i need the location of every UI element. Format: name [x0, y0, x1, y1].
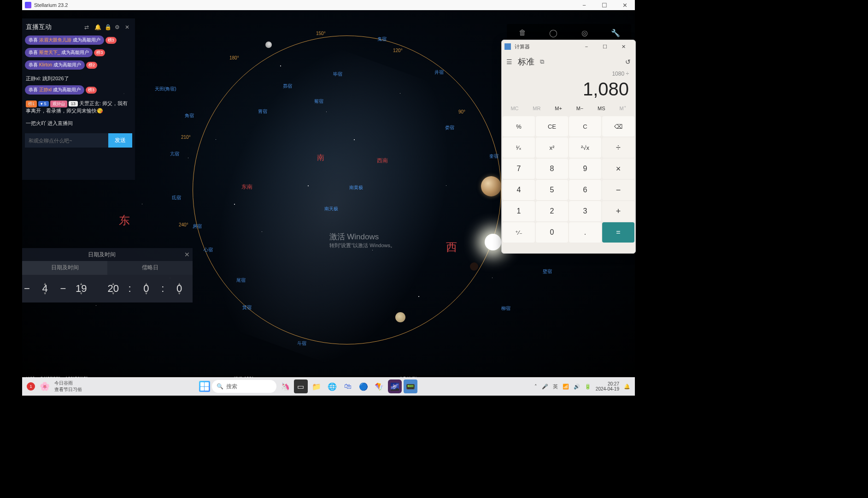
speaker-icon[interactable]: 🔔 — [94, 24, 101, 30]
chat-header: 直播互动 ⇄ 🔔 🔒 ⚙ ✕ — [25, 21, 132, 35]
ime-indicator[interactable]: 英 — [553, 383, 558, 390]
dark-planet[interactable] — [470, 262, 478, 271]
sun[interactable] — [485, 234, 501, 250]
switch-icon[interactable]: ⇄ — [84, 24, 91, 30]
edge-icon[interactable]: 🌐 — [325, 379, 339, 393]
btn-7[interactable]: 7 — [503, 159, 535, 179]
btn-reciprocal[interactable]: ¹⁄ₓ — [503, 137, 535, 158]
mem-mr[interactable]: MR — [530, 104, 543, 113]
stellarium-toolbar: 🗑 ◯ ◎ 🔧 — [507, 24, 631, 42]
trash-icon[interactable]: 🗑 — [517, 27, 528, 38]
app-icon-1[interactable]: 🪁 — [372, 379, 386, 393]
btn-4[interactable]: 4 — [503, 180, 535, 200]
btn-divide[interactable]: ÷ — [602, 137, 634, 158]
explorer-icon[interactable]: 📁 — [310, 379, 323, 393]
history-icon[interactable]: ↺ — [625, 58, 631, 65]
maximize-button[interactable]: ☐ — [594, 0, 615, 10]
datetime-panel[interactable]: 日期及时间 ✕ 日期及时间 儒略日 − ▲4▼ − ▲19▼ ▲20▼ : ▲0… — [22, 248, 193, 302]
gear-icon[interactable]: ⚙ — [115, 24, 121, 30]
calculator-taskbar-icon[interactable]: 📟 — [404, 379, 417, 393]
btn-c[interactable]: C — [569, 116, 601, 136]
taskbar-app-1[interactable]: 🦄 — [278, 379, 292, 393]
mic-icon[interactable]: 🎤 — [542, 384, 548, 390]
btn-1[interactable]: 1 — [503, 201, 535, 221]
taskbar-weather[interactable]: 今日谷雨 查看节日习俗 — [54, 380, 82, 393]
wrench-icon[interactable]: 🔧 — [610, 27, 621, 38]
dt-sep: − — [58, 283, 68, 295]
close-button[interactable]: ✕ — [615, 0, 635, 10]
circle-icon[interactable]: ◯ — [548, 27, 559, 38]
second-cell[interactable]: ▲0▼ — [166, 283, 193, 295]
mem-mc[interactable]: MC — [508, 104, 521, 113]
btn-minus[interactable]: − — [602, 180, 634, 200]
day-cell[interactable]: ▲19▼ — [68, 283, 94, 295]
search-box[interactable]: 🔍 搜索 — [212, 380, 276, 393]
weather-icon[interactable]: 🌸 — [40, 381, 50, 391]
chat-input[interactable] — [25, 133, 108, 148]
btn-3[interactable]: 3 — [569, 201, 601, 221]
moon[interactable] — [265, 42, 272, 48]
datetime-tab[interactable]: 日期及时间 — [22, 261, 107, 275]
notification-badge[interactable]: 1 — [27, 382, 35, 391]
minute-cell[interactable]: ▲0▼ — [133, 283, 160, 295]
dt-sep: : — [159, 283, 166, 295]
btn-sqrt[interactable]: ²√x — [569, 137, 601, 158]
pin-icon[interactable]: ⧉ — [540, 58, 544, 65]
start-button[interactable] — [199, 381, 210, 392]
saturn[interactable] — [395, 312, 405, 322]
browser-icon[interactable]: 🔵 — [357, 379, 370, 393]
calculator-window[interactable]: 计算器 − ☐ ✕ ☰ 标准 ⧉ ↺ 1080 ÷ 1,080 MC MR M+… — [501, 40, 636, 254]
close-icon[interactable]: ✕ — [125, 24, 131, 30]
titlebar[interactable]: Stellarium 23.2 − ☐ ✕ — [22, 0, 635, 10]
mem-mv[interactable]: M˅ — [616, 104, 629, 113]
btn-backspace[interactable]: ⌫ — [602, 116, 634, 136]
hour-cell[interactable]: ▲20▼ — [100, 283, 127, 295]
taskbar[interactable]: 1 🌸 今日谷雨 查看节日习俗 🔍 搜索 🦄 ▭ 📁 🌐 🛍 🔵 🪁 🌌 📟 ˄… — [22, 377, 635, 396]
cardinal-west: 西 — [446, 240, 457, 255]
target-icon[interactable]: ◎ — [579, 27, 590, 38]
tray-chevron-icon[interactable]: ˄ — [534, 384, 537, 390]
taskbar-clock[interactable]: 20:27 2024-04-19 — [596, 381, 619, 391]
mem-ms[interactable]: MS — [595, 104, 608, 113]
chat-msg: 恭喜 斯楚天下_ 成为高能用户榜3 — [25, 47, 132, 60]
calc-minimize-button[interactable]: − — [577, 44, 596, 49]
datetime-close-button[interactable]: ✕ — [182, 251, 193, 258]
mem-mplus[interactable]: M+ — [552, 104, 565, 113]
btn-multiply[interactable]: × — [602, 159, 634, 179]
lock-icon[interactable]: 🔒 — [105, 24, 111, 30]
btn-6[interactable]: 6 — [569, 180, 601, 200]
btn-decimal[interactable]: . — [569, 222, 601, 243]
store-icon[interactable]: 🛍 — [341, 379, 355, 393]
btn-negate[interactable]: ⁺⁄₋ — [503, 222, 535, 243]
btn-square[interactable]: x² — [536, 137, 568, 158]
btn-ce[interactable]: CE — [536, 116, 568, 136]
btn-percent[interactable]: % — [503, 116, 535, 136]
wifi-icon[interactable]: 📶 — [563, 384, 569, 390]
btn-equals[interactable]: = — [602, 222, 634, 243]
btn-8[interactable]: 8 — [536, 159, 568, 179]
star — [446, 185, 446, 186]
chat-send-button[interactable]: 发送 — [108, 133, 132, 148]
battery-icon[interactable]: 🔋 — [585, 384, 591, 390]
stellarium-taskbar-icon[interactable]: 🌌 — [388, 379, 402, 393]
jupiter[interactable] — [481, 176, 501, 196]
notifications-icon[interactable]: 🔔 — [624, 384, 630, 390]
taskbar-app-2[interactable]: ▭ — [294, 379, 308, 393]
south-ecliptic-pole: 南黄极 — [349, 184, 363, 191]
minimize-button[interactable]: − — [574, 0, 594, 10]
btn-5[interactable]: 5 — [536, 180, 568, 200]
calc-titlebar[interactable]: 计算器 − ☐ ✕ — [502, 40, 635, 53]
btn-9[interactable]: 9 — [569, 159, 601, 179]
volume-icon[interactable]: 🔊 — [574, 384, 580, 390]
mem-mminus[interactable]: M− — [574, 104, 586, 113]
julian-tab[interactable]: 儒略日 — [107, 261, 193, 275]
btn-0[interactable]: 0 — [536, 222, 568, 243]
month-cell[interactable]: ▲4▼ — [32, 283, 59, 295]
calc-maximize-button[interactable]: ☐ — [596, 44, 614, 50]
hamburger-icon[interactable]: ☰ — [506, 58, 512, 65]
btn-2[interactable]: 2 — [536, 201, 568, 221]
calc-close-button[interactable]: ✕ — [614, 44, 633, 50]
mansion-label-6: 胃宿 — [258, 108, 267, 115]
star — [188, 158, 188, 158]
btn-plus[interactable]: + — [602, 201, 634, 221]
